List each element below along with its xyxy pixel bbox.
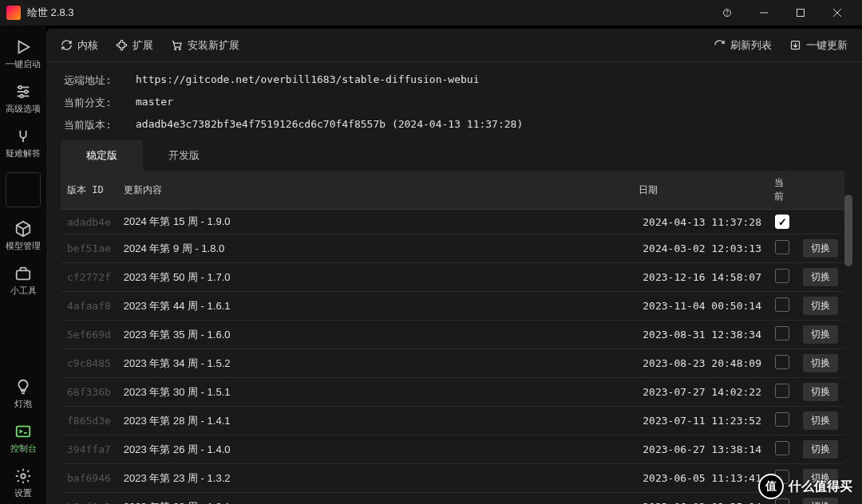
cell-content: 2023 年第 34 周 - 1.5.2 — [117, 349, 632, 378]
table-row[interactable]: 394ffa72023 年第 26 周 - 1.4.02023-06-27 13… — [61, 435, 844, 464]
sidebar-item-label: 控制台 — [10, 443, 37, 455]
th-action — [797, 171, 844, 210]
sidebar-placeholder — [6, 172, 41, 207]
toolbar-label: 刷新列表 — [730, 38, 772, 53]
app-title: 绘世 2.8.3 — [27, 6, 74, 20]
repo-info: 远端地址: https://gitcode.net/overbill1683/s… — [46, 62, 862, 140]
watermark-badge: 值 — [758, 474, 784, 499]
tab-stable[interactable]: 稳定版 — [61, 140, 143, 171]
cell-current — [768, 234, 797, 263]
cell-date: 2024-03-02 12:03:13 — [632, 234, 768, 263]
table-row[interactable]: cf2772f2023 年第 50 周 - 1.7.02023-12-16 14… — [61, 263, 844, 292]
sliders-icon — [14, 83, 32, 100]
current-checkbox[interactable] — [775, 498, 789, 504]
th-date: 日期 — [632, 171, 768, 210]
play-icon — [14, 38, 32, 56]
toolbar-install-ext[interactable]: 安装新扩展 — [171, 38, 239, 53]
cell-id: baf6946 — [61, 464, 117, 493]
table-row[interactable]: adadb4e2024 年第 15 周 - 1.9.02024-04-13 11… — [61, 210, 844, 234]
toolbar-extensions[interactable]: 扩展 — [116, 38, 153, 53]
app-icon — [6, 6, 21, 20]
switch-button[interactable]: 切换 — [803, 440, 838, 459]
switch-button[interactable]: 切换 — [803, 325, 838, 344]
sidebar-item-label: 设置 — [14, 487, 32, 499]
cell-id: bef51ae — [61, 234, 117, 263]
toolbar-label: 扩展 — [132, 38, 153, 53]
current-checkbox[interactable] — [775, 240, 789, 254]
sidebar-item-models[interactable]: 模型管理 — [3, 215, 43, 257]
sidebar-item-label: 疑难解答 — [6, 148, 41, 159]
sidebar-item-launch[interactable]: 一键启动 — [3, 33, 43, 75]
sidebar-item-settings[interactable]: 设置 — [3, 463, 43, 504]
cell-date: 2023-06-27 13:38:14 — [632, 435, 768, 464]
maximize-button[interactable] — [782, 0, 819, 26]
cell-content: 2023 年第 35 周 - 1.6.0 — [117, 321, 632, 349]
info-remote-label: 远端地址: — [64, 73, 125, 88]
sidebar-item-advanced[interactable]: 高级选项 — [3, 78, 43, 120]
tab-dev[interactable]: 开发版 — [143, 140, 225, 171]
table-row[interactable]: bef51ae2024 年第 9 周 - 1.8.02024-03-02 12:… — [61, 234, 844, 263]
main-panel: 内核 扩展 安装新扩展 刷新列表 一键更新 — [46, 29, 862, 504]
sidebar-item-label: 灯泡 — [14, 398, 32, 410]
current-checkbox[interactable] — [775, 384, 789, 398]
sidebar-item-tools[interactable]: 小工具 — [3, 260, 43, 301]
current-checkbox[interactable] — [775, 355, 789, 369]
svg-point-11 — [25, 90, 28, 93]
cell-date: 2023-08-31 12:38:34 — [632, 321, 768, 349]
table-row[interactable]: baf69462023 年第 23 周 - 1.3.22023-06-05 11… — [61, 464, 844, 493]
version-table-scroll[interactable]: 版本 ID 更新内容 日期 当前 adadb4e2024 年第 15 周 - 1… — [61, 171, 844, 504]
current-checkbox[interactable] — [775, 215, 789, 229]
table-row[interactable]: b6af0a32023 年第 22 周 - 1.3.12023-06-02 02… — [61, 493, 844, 505]
switch-button[interactable]: 切换 — [803, 354, 838, 372]
th-id: 版本 ID — [61, 171, 117, 210]
help-button[interactable] — [709, 0, 745, 26]
current-checkbox[interactable] — [775, 412, 789, 427]
toolbar-update-all[interactable]: 一键更新 — [789, 38, 848, 53]
toolbar-kernel[interactable]: 内核 — [61, 38, 98, 53]
sidebar-item-troubleshoot[interactable]: 疑难解答 — [3, 123, 43, 164]
cell-content: 2023 年第 44 周 - 1.6.1 — [117, 292, 632, 321]
current-checkbox[interactable] — [775, 441, 789, 455]
info-branch-value: master — [136, 96, 844, 110]
switch-button[interactable]: 切换 — [803, 268, 838, 286]
cell-content: 2023 年第 50 周 - 1.7.0 — [117, 263, 632, 292]
table-row[interactable]: 4afaaf82023 年第 44 周 - 1.6.12023-11-04 00… — [61, 292, 844, 321]
sidebar: 一键启动 高级选项 疑难解答 模型管理 小工具 灯泡 控制台 — [0, 26, 46, 504]
cell-id: cf2772f — [61, 263, 117, 292]
current-checkbox[interactable] — [775, 269, 789, 283]
cell-content: 2023 年第 28 周 - 1.4.1 — [117, 407, 632, 435]
svg-point-1 — [727, 14, 728, 15]
table-row[interactable]: 5ef669d2023 年第 35 周 - 1.6.02023-08-31 12… — [61, 321, 844, 349]
switch-button[interactable]: 切换 — [803, 411, 838, 430]
table-row[interactable]: 68f336b2023 年第 30 周 - 1.5.12023-07-27 14… — [61, 378, 844, 407]
switch-button[interactable]: 切换 — [803, 239, 838, 258]
version-tabs: 稳定版 开发版 — [46, 140, 862, 171]
scrollbar-thumb[interactable] — [844, 195, 852, 266]
cell-content: 2023 年第 23 周 - 1.3.2 — [117, 464, 632, 493]
cell-date: 2023-12-16 14:58:07 — [632, 263, 768, 292]
cart-icon — [171, 39, 183, 51]
switch-button[interactable]: 切换 — [803, 383, 838, 401]
update-icon — [789, 39, 801, 51]
cell-content: 2023 年第 22 周 - 1.3.1 — [117, 493, 632, 505]
toolbar-label: 内核 — [77, 38, 98, 53]
table-row[interactable]: f865d3e2023 年第 28 周 - 1.4.12023-07-11 11… — [61, 407, 844, 435]
sidebar-item-label: 一键启动 — [6, 58, 41, 70]
switch-button[interactable]: 切换 — [803, 297, 838, 315]
cell-date: 2023-11-04 00:50:14 — [632, 292, 768, 321]
current-checkbox[interactable] — [775, 297, 789, 312]
gear-icon — [14, 467, 32, 485]
svg-marker-6 — [19, 41, 30, 53]
minimize-button[interactable] — [745, 0, 782, 26]
current-checkbox[interactable] — [775, 326, 789, 341]
sidebar-item-console[interactable]: 控制台 — [3, 418, 43, 459]
toolbar-refresh-list[interactable]: 刷新列表 — [714, 38, 772, 53]
cell-date: 2023-07-11 11:23:52 — [632, 407, 768, 435]
scrollbar[interactable] — [844, 171, 852, 504]
close-button[interactable] — [819, 0, 856, 26]
table-row[interactable]: c9c84852023 年第 34 周 - 1.5.22023-08-23 20… — [61, 349, 844, 378]
titlebar: 绘世 2.8.3 — [0, 0, 862, 26]
cell-current — [768, 263, 797, 292]
watermark-text: 什么值得买 — [789, 478, 852, 495]
sidebar-item-bulb[interactable]: 灯泡 — [3, 373, 43, 415]
